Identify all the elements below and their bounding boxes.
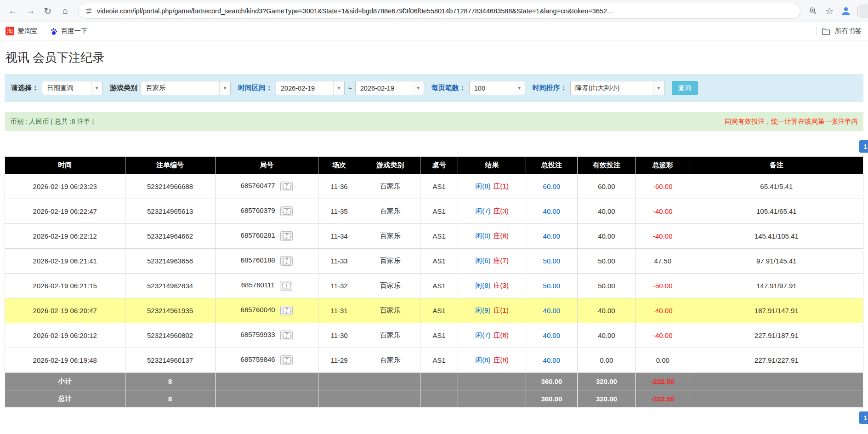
round-number: 685760281	[241, 231, 275, 239]
cell-payout: -60.00	[635, 174, 690, 199]
cell-table-number: AS1	[420, 348, 458, 373]
sort-value: 降幂(由大到小)	[571, 84, 653, 92]
cell-payout: 47.50	[635, 249, 690, 274]
cell-round: 685760477	[215, 174, 318, 199]
site-settings-icon[interactable]	[85, 7, 92, 15]
cell-round: 685760188	[215, 249, 318, 274]
total-bet-link[interactable]: 40.00	[543, 207, 561, 215]
total-bet-link[interactable]: 40.00	[543, 331, 561, 339]
cell-total-bet: 60.00	[526, 174, 577, 199]
round-number: 685759933	[241, 331, 275, 338]
profile-avatar-icon[interactable]	[838, 3, 854, 19]
search-button[interactable]: 查询	[672, 81, 698, 95]
total-bet-link[interactable]: 40.00	[543, 307, 561, 314]
column-header: 场次	[318, 157, 360, 174]
banker-result: 庄(1)	[494, 182, 509, 190]
cell-note: 227.91/227.91	[690, 348, 863, 373]
column-header: 时间	[5, 157, 125, 174]
table-row: 2026-02-19 06:21:15 523214962834 6857601…	[5, 274, 863, 298]
cell-time: 2026-02-19 06:23:23	[5, 174, 125, 199]
player-result: 闲(8)	[475, 281, 490, 289]
total-bet-link[interactable]: 60.00	[543, 183, 561, 190]
page-size-select[interactable]: 100 ▾	[469, 81, 525, 95]
total-bet-link[interactable]: 50.00	[543, 257, 561, 265]
cell-result: 闲(7)庄(3)	[458, 199, 526, 224]
bookmark-taobao[interactable]: 淘 爱淘宝	[6, 27, 38, 35]
banker-result: 庄(6)	[494, 331, 509, 339]
cell-session: 11-30	[318, 323, 360, 348]
home-button[interactable]: ⌂	[57, 3, 74, 19]
folder-icon	[822, 28, 830, 35]
banker-result: 庄(3)	[494, 207, 509, 215]
sort-select[interactable]: 降幂(由大到小) ▾	[570, 81, 664, 95]
card-result-preview-button[interactable]	[280, 231, 293, 241]
total-bet-link[interactable]: 40.00	[543, 232, 561, 240]
page-1-button[interactable]: 1	[859, 411, 868, 424]
chevron-down-icon: ▾	[219, 81, 230, 95]
url-text: videoie.com/ipl/portal.php/game/betrecor…	[97, 7, 613, 15]
summary-body: 小计 8 360.00 320.00 -222.50 总计 8 360.00 3…	[5, 373, 863, 408]
cell-result: 闲(8)庄(8)	[458, 348, 526, 373]
column-header: 总投注	[526, 157, 577, 174]
cell-valid-bet: 0.00	[577, 348, 635, 373]
total-bet-link[interactable]: 40.00	[543, 356, 561, 364]
cell-round: 685760281	[215, 224, 318, 249]
refresh-button[interactable]: ↻	[40, 3, 56, 19]
card-result-preview-button[interactable]	[280, 355, 293, 365]
game-type-select[interactable]: 百家乐 ▾	[141, 81, 231, 95]
cell-note: 187.91/147.91	[690, 298, 863, 323]
cell-result: 闲(9)庄(1)	[458, 298, 526, 323]
player-result: 闲(7)	[475, 331, 490, 339]
bookmarks-bar: 淘 爱淘宝 百度一下 所有书签	[0, 22, 868, 40]
back-button[interactable]: ←	[5, 3, 21, 19]
card-result-preview-button[interactable]	[280, 182, 293, 191]
cell-payout: -40.00	[635, 323, 690, 348]
table-row: 2026-02-19 06:21:41 523214963656 6857601…	[5, 249, 863, 274]
date-to-input[interactable]: 2026-02-19 ▾	[355, 81, 424, 95]
cell-result: 闲(0)庄(8)	[458, 224, 526, 249]
banker-result: 庄(3)	[494, 281, 509, 289]
table-row: 2026-02-19 06:19:48 523214960137 6857598…	[5, 348, 863, 373]
cell-note: 105.41/65.41	[690, 199, 863, 224]
player-result: 闲(9)	[475, 306, 490, 314]
bookmark-baidu[interactable]: 百度一下	[50, 27, 88, 35]
date-from-input[interactable]: 2026-02-19 ▾	[276, 81, 345, 95]
cell-table-number: AS1	[420, 199, 458, 224]
zoom-icon[interactable]	[805, 3, 821, 19]
total-valid-bet: 320.00	[577, 390, 635, 408]
total-total-bet: 360.00	[526, 390, 577, 408]
bookmark-star-icon[interactable]: ☆	[822, 3, 837, 19]
cell-game-type: 百家乐	[360, 249, 420, 274]
total-bet-link[interactable]: 50.00	[543, 282, 561, 290]
query-type-select[interactable]: 日期查询 ▾	[42, 81, 102, 95]
range-separator: ~	[348, 84, 352, 92]
total-count: 8	[125, 390, 215, 408]
page-1-button[interactable]: 1	[859, 140, 868, 153]
card-result-preview-button[interactable]	[280, 306, 293, 315]
cell-note: 97.91/145.41	[690, 249, 863, 274]
date-range-label: 时间区间：	[238, 84, 272, 92]
menu-icon[interactable]	[859, 4, 868, 18]
table-row: 2026-02-19 06:22:47 523214965613 6857603…	[5, 199, 863, 224]
cell-time: 2026-02-19 06:21:15	[5, 274, 125, 298]
card-result-preview-button[interactable]	[280, 256, 293, 266]
cell-valid-bet: 50.00	[577, 274, 635, 298]
forward-button[interactable]: →	[22, 3, 39, 19]
round-number: 685760040	[241, 306, 275, 314]
player-result: 闲(0)	[475, 232, 490, 240]
card-result-preview-button[interactable]	[280, 206, 293, 216]
sort-label: 时间排序：	[533, 84, 567, 92]
cell-game-type: 百家乐	[360, 323, 420, 348]
bet-records-table: 时间注单编号局号场次游戏类别桌号结果总投注有效投注总派彩备注 2026-02-1…	[5, 156, 863, 408]
all-bookmarks-button[interactable]: 所有书签	[835, 27, 862, 35]
browser-toolbar: ← → ↻ ⌂ videoie.com/ipl/portal.php/game/…	[0, 0, 868, 22]
cell-total-bet: 40.00	[526, 199, 577, 224]
cell-bet-id: 523214965613	[125, 199, 215, 224]
card-result-preview-button[interactable]	[280, 281, 292, 291]
address-bar[interactable]: videoie.com/ipl/portal.php/game/betrecor…	[78, 3, 800, 19]
subtotal-count: 8	[125, 373, 215, 390]
date-from-value: 2026-02-19	[276, 85, 333, 92]
card-result-preview-button[interactable]	[280, 331, 293, 340]
cell-session: 11-34	[318, 224, 360, 249]
table-row: 2026-02-19 06:20:47 523214961935 6857600…	[5, 298, 863, 323]
